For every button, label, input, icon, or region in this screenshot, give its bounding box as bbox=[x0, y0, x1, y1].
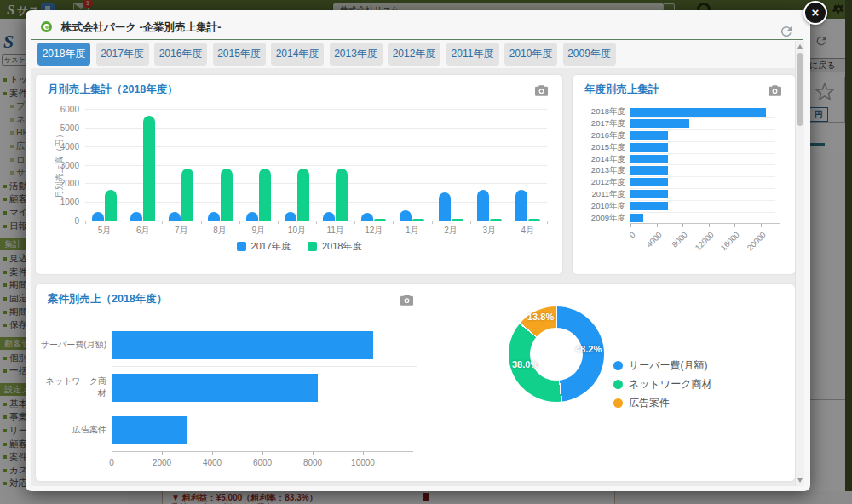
bar bbox=[490, 219, 502, 220]
category-label: 2009年度 bbox=[578, 213, 630, 224]
close-icon[interactable]: × bbox=[803, 1, 827, 25]
project-bar-plot: サーバー費(月額) ネットワーク商材 広告案件 bbox=[40, 324, 417, 451]
camera-icon[interactable] bbox=[400, 294, 413, 309]
gridline bbox=[85, 109, 547, 110]
bar bbox=[630, 155, 668, 163]
x-axis-tick bbox=[761, 224, 762, 227]
year-tab[interactable]: 2014年度 bbox=[271, 43, 324, 66]
bar bbox=[105, 190, 117, 221]
year-tab[interactable]: 2017年度 bbox=[96, 43, 149, 66]
legend-item[interactable]: サーバー費(月額) bbox=[613, 356, 711, 375]
legend-item[interactable]: 2017年度 bbox=[237, 240, 291, 253]
scroll-down-arrow-icon[interactable] bbox=[797, 478, 803, 483]
bar bbox=[412, 219, 424, 220]
bar bbox=[630, 166, 668, 175]
x-axis-label: 10月 bbox=[278, 225, 316, 237]
scroll-up-arrow-icon[interactable] bbox=[797, 44, 803, 49]
category-label: 2013年度 bbox=[578, 165, 630, 176]
chart-legend: 2017年度 2018年度 bbox=[36, 240, 562, 253]
bar bbox=[630, 131, 668, 140]
x-axis-label: 4月 bbox=[509, 225, 547, 237]
bar bbox=[143, 116, 155, 220]
category-label: 2016年度 bbox=[578, 130, 630, 141]
bar-track bbox=[630, 176, 775, 189]
y-axis-tick-label: 1000 bbox=[50, 198, 79, 207]
legend-swatch bbox=[237, 242, 246, 251]
x-axis-tick-label: 10000 bbox=[351, 458, 375, 467]
bar bbox=[112, 416, 187, 444]
donut-legend: サーバー費(月額) ネットワーク商材 広告案件 bbox=[613, 356, 711, 412]
legend-item[interactable]: 広告案件 bbox=[613, 393, 711, 412]
bar bbox=[221, 169, 233, 220]
x-axis-tick bbox=[354, 220, 355, 224]
x-axis-tick bbox=[547, 220, 548, 224]
legend-item[interactable]: 2018年度 bbox=[308, 240, 361, 253]
project-row: ネットワーク商材 bbox=[40, 366, 417, 409]
bar-track bbox=[112, 409, 417, 452]
x-axis-tick bbox=[682, 224, 683, 227]
year-tab[interactable]: 2018年度 bbox=[37, 43, 90, 66]
bar bbox=[515, 190, 527, 220]
chart-title: 年度別売上集計 bbox=[584, 83, 659, 97]
x-axis-tick bbox=[162, 220, 163, 224]
bar bbox=[259, 169, 271, 220]
year-tab[interactable]: 2013年度 bbox=[330, 43, 383, 66]
x-axis-tick bbox=[212, 452, 213, 455]
category-label: 広告案件 bbox=[40, 424, 112, 436]
year-tab[interactable]: 2015年度 bbox=[213, 43, 266, 66]
x-axis-tick bbox=[85, 220, 86, 224]
x-axis-label: 5月 bbox=[85, 225, 124, 237]
category-label: 2015年度 bbox=[578, 142, 630, 153]
monthly-bar-plot: 月別売上高（円） 01000200030004000500060005月6月7月… bbox=[85, 109, 547, 221]
bar-track bbox=[630, 117, 775, 130]
camera-icon[interactable] bbox=[769, 84, 781, 100]
bar bbox=[477, 190, 489, 221]
year-tab[interactable]: 2011年度 bbox=[446, 43, 499, 66]
bar bbox=[181, 169, 193, 220]
bar-track bbox=[112, 366, 417, 410]
slice-percent-label: 13.8% bbox=[527, 312, 554, 322]
refresh-icon[interactable] bbox=[779, 24, 794, 43]
modal-scrollbar[interactable] bbox=[795, 41, 804, 486]
slice-percent-label: 38.0% bbox=[512, 359, 538, 369]
x-axis-tick-label: 12000 bbox=[693, 230, 715, 252]
bar bbox=[361, 213, 373, 220]
year-tab[interactable]: 2010年度 bbox=[504, 43, 557, 66]
bar bbox=[528, 219, 540, 220]
legend-swatch bbox=[308, 242, 317, 251]
chart-title: 案件別売上（2018年度） bbox=[48, 292, 167, 306]
x-axis-tick bbox=[432, 220, 433, 224]
bar bbox=[285, 212, 296, 220]
project-row: 広告案件 bbox=[40, 409, 417, 451]
yearly-row: 2014年度 bbox=[578, 153, 775, 165]
slice-percent-label: 48.2% bbox=[575, 344, 602, 354]
legend-item[interactable]: ネットワーク商材 bbox=[613, 375, 711, 393]
x-axis-tick-label: 8000 bbox=[303, 458, 322, 467]
bar bbox=[630, 119, 689, 128]
camera-icon[interactable] bbox=[535, 84, 548, 100]
year-tab[interactable]: 2009年度 bbox=[563, 43, 616, 66]
x-axis-label: 6月 bbox=[124, 225, 162, 237]
scrollbar-thumb[interactable] bbox=[797, 53, 803, 126]
yearly-row: 2016年度 bbox=[578, 130, 775, 142]
modal-header: 株式会社パーク -企業別売上集計- bbox=[31, 17, 803, 40]
x-axis-tick bbox=[124, 220, 124, 224]
bar bbox=[297, 169, 309, 220]
legend-label: 広告案件 bbox=[623, 396, 670, 410]
bar bbox=[323, 212, 335, 220]
year-tab[interactable]: 2016年度 bbox=[154, 43, 207, 66]
yearly-row: 2017年度 bbox=[578, 118, 775, 130]
category-label: 2010年度 bbox=[578, 201, 630, 212]
x-axis-tick bbox=[363, 452, 364, 455]
bar-track bbox=[630, 129, 775, 142]
x-axis-label: 2月 bbox=[432, 225, 470, 237]
yearly-row: 2013年度 bbox=[578, 165, 775, 177]
year-tab[interactable]: 2012年度 bbox=[388, 43, 440, 66]
y-axis-tick-label: 2000 bbox=[50, 179, 79, 188]
bar bbox=[112, 374, 318, 402]
x-axis-label: 3月 bbox=[470, 225, 509, 237]
x-axis-tick-label: 16000 bbox=[719, 230, 741, 252]
x-axis-tick bbox=[313, 452, 314, 455]
monthly-sales-card: 月別売上集計（2018年度） 月別売上高（円） 0100020003000400… bbox=[36, 75, 562, 274]
bar bbox=[400, 210, 412, 220]
